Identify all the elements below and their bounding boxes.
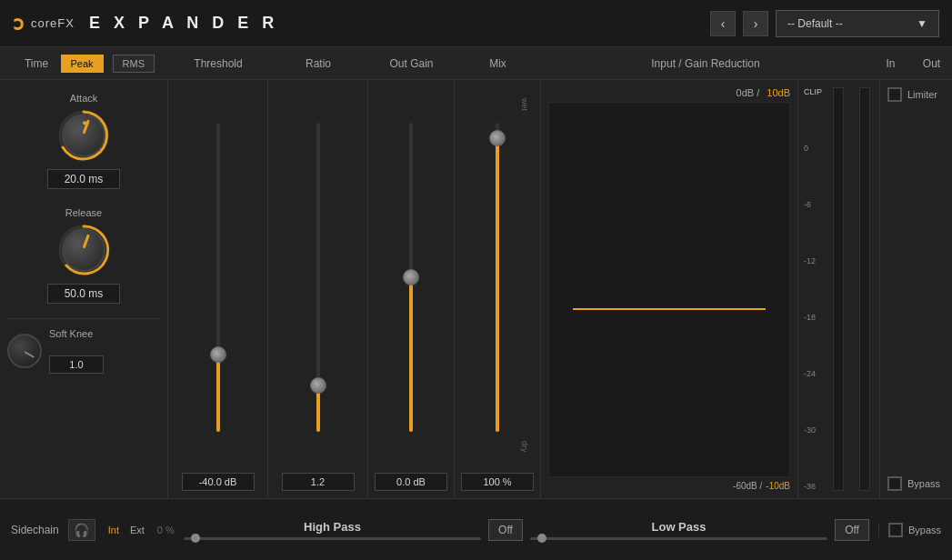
threshold-slider-track — [216, 123, 220, 432]
ext-button[interactable]: Ext — [126, 523, 148, 537]
bypass-bottom-section: Bypass — [878, 523, 941, 537]
high-pass-thumb[interactable] — [191, 534, 200, 543]
vu-scale: CLIP 0 -6 -12 -18 -24 -30 -36 — [802, 87, 824, 491]
peak-button[interactable]: Peak — [61, 55, 104, 73]
ratio-value[interactable]: 1.2 — [282, 473, 355, 491]
headphones-button[interactable]: 🎧 — [68, 519, 95, 541]
mix-panel: wet dry 100 % — [455, 80, 541, 498]
vu-scale-24: -24 — [804, 369, 822, 378]
vu-in-bar — [833, 87, 844, 491]
plugin-name: E X P A N D E R — [89, 14, 278, 33]
soft-knee-value[interactable]: 1.0 — [49, 355, 104, 374]
out-gain-value[interactable]: 0.0 dB — [375, 473, 447, 491]
release-section: Release 50.0 ms — [7, 207, 160, 304]
threshold-value[interactable]: -40.0 dB — [182, 473, 255, 491]
time-col-header: Time Peak RMS — [0, 57, 168, 70]
soft-knee-knob[interactable] — [7, 334, 42, 368]
bypass-bottom-checkbox[interactable] — [888, 523, 903, 537]
ratio-slider-container — [316, 87, 320, 467]
high-pass-label: High Pass — [304, 520, 361, 534]
low-pass-slider[interactable] — [530, 537, 827, 540]
ratio-panel: 1.2 — [268, 80, 368, 498]
meter-0db-label: 0dB / — [737, 87, 760, 98]
preset-name: -- Default -- — [787, 17, 843, 30]
limiter-bypass-panel: Limiter Bypass — [879, 80, 952, 498]
logo-area: ↄ coreFX E X P A N D E R — [13, 12, 710, 35]
mix-slider-thumb[interactable] — [489, 130, 506, 146]
vu-in-channel — [827, 87, 850, 491]
out-gain-col-header: Out Gain — [368, 57, 455, 70]
soft-knee-info: Soft Knee 1.0 — [49, 328, 104, 374]
threshold-slider-container — [216, 87, 220, 467]
ratio-slider-thumb[interactable] — [310, 377, 326, 394]
threshold-slider-fill — [216, 355, 220, 432]
bypass-checkbox[interactable] — [887, 476, 902, 491]
preset-dropdown[interactable]: -- Default -- ▼ — [776, 10, 939, 37]
out-gain-slider-fill — [409, 277, 413, 432]
header: ↄ coreFX E X P A N D E R ‹ › -- Default … — [0, 0, 952, 47]
out-gain-slider-container — [409, 87, 413, 467]
out-gain-panel: 0.0 dB — [368, 80, 455, 498]
meter-neg60-label: -60dB / — [733, 481, 762, 491]
attack-section: Attack 20.0 ms — [7, 93, 160, 189]
low-pass-label: Low Pass — [652, 520, 706, 534]
vu-scale-12: -12 — [804, 256, 822, 265]
filter-section: High Pass Off Low Pass Off — [184, 519, 869, 541]
attack-label: Attack — [70, 93, 98, 104]
limiter-checkbox-item: Limiter — [887, 87, 945, 102]
limiter-label: Limiter — [907, 89, 937, 100]
vu-panel: CLIP 0 -6 -12 -18 -24 -30 -36 — [797, 80, 879, 498]
low-pass-group: Low Pass — [530, 520, 827, 540]
meter-panel: 0dB / 10dB -60dB / -10dB — [541, 80, 797, 498]
out-gain-slider-thumb[interactable] — [403, 269, 419, 285]
soft-knee-section: Soft Knee 1.0 — [7, 318, 160, 374]
release-value[interactable]: 50.0 ms — [47, 284, 120, 304]
low-pass-thumb[interactable] — [537, 534, 546, 543]
vu-scale-18: -18 — [804, 313, 822, 322]
nav-prev-button[interactable]: ‹ — [710, 11, 736, 36]
high-pass-off-button[interactable]: Off — [488, 519, 523, 541]
vu-scale-36: -36 — [804, 482, 822, 491]
meter-neg10-label: -10dB — [766, 481, 790, 491]
soft-knee-label: Soft Knee — [49, 328, 104, 339]
panels-row: Attack 20.0 ms Release — [0, 80, 952, 498]
ratio-slider-track — [316, 123, 320, 432]
limiter-checkbox[interactable] — [887, 87, 902, 102]
mix-slider-fill — [496, 138, 499, 432]
high-pass-slider[interactable] — [184, 537, 481, 540]
nav-next-button[interactable]: › — [743, 11, 768, 36]
bypass-bottom-label: Bypass — [908, 525, 941, 535]
int-button[interactable]: Int — [105, 523, 123, 537]
low-pass-slider-row — [530, 537, 827, 540]
attack-value[interactable]: 20.0 ms — [47, 169, 120, 189]
vu-out-channel — [854, 87, 877, 491]
mix-slider-container — [496, 87, 499, 467]
bypass-label: Bypass — [907, 478, 940, 489]
sidechain-percent: 0 % — [157, 525, 175, 535]
meter-col-header: Input / Gain Reduction — [541, 57, 870, 70]
bottom-bar: Sidechain 🎧 Int Ext 0 % High Pass Off L — [0, 498, 952, 560]
vu-scale-clip: CLIP — [804, 87, 822, 96]
rms-button[interactable]: RMS — [113, 55, 155, 73]
mix-value[interactable]: 100 % — [461, 473, 534, 491]
meter-area — [548, 102, 790, 477]
time-label: Time — [25, 57, 48, 70]
low-pass-off-button[interactable]: Off — [835, 519, 869, 541]
sidechain-label: Sidechain — [11, 524, 59, 536]
out-col-header: Out — [911, 57, 952, 70]
dry-label: dry — [520, 441, 529, 453]
bypass-checkbox-item: Bypass — [887, 476, 945, 491]
meter-10db-label: 10dB — [767, 87, 790, 98]
vu-out-bar — [859, 87, 870, 491]
logo-icon: ↄ — [13, 12, 24, 35]
mix-slider-track — [496, 123, 499, 432]
release-label: Release — [65, 207, 102, 218]
release-knob-ring — [57, 224, 110, 276]
vu-scale-0: 0 — [804, 144, 822, 153]
brand-text: coreFX — [31, 16, 75, 30]
vu-scale-30: -30 — [804, 425, 822, 435]
meter-scale-labels: -60dB / -10dB — [548, 481, 790, 491]
wet-label: wet — [520, 98, 529, 111]
app-container: ↄ coreFX E X P A N D E R ‹ › -- Default … — [0, 0, 952, 560]
threshold-slider-thumb[interactable] — [210, 346, 226, 363]
